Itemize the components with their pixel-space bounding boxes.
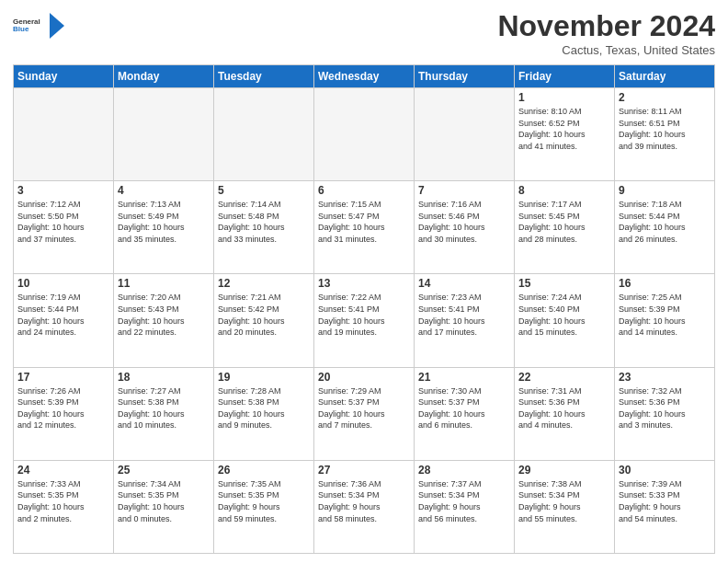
- day-number: 15: [518, 277, 610, 290]
- col-friday: Friday: [515, 65, 615, 88]
- day-number: 22: [518, 371, 610, 384]
- table-row: 13Sunrise: 7:22 AM Sunset: 5:41 PM Dayli…: [314, 274, 415, 367]
- location: Cactus, Texas, United States: [497, 43, 715, 57]
- day-info: Sunrise: 7:29 AM Sunset: 5:37 PM Dayligh…: [318, 385, 410, 431]
- day-info: Sunrise: 7:23 AM Sunset: 5:41 PM Dayligh…: [418, 292, 510, 338]
- table-row: 8Sunrise: 7:17 AM Sunset: 5:45 PM Daylig…: [515, 181, 615, 274]
- day-number: 13: [318, 277, 410, 290]
- day-number: 6: [318, 184, 410, 197]
- day-info: Sunrise: 7:12 AM Sunset: 5:50 PM Dayligh…: [17, 199, 109, 245]
- day-info: Sunrise: 7:30 AM Sunset: 5:37 PM Dayligh…: [418, 385, 510, 431]
- day-number: 12: [218, 277, 310, 290]
- table-row: [14, 88, 114, 181]
- day-info: Sunrise: 7:36 AM Sunset: 5:34 PM Dayligh…: [318, 478, 410, 524]
- day-info: Sunrise: 7:25 AM Sunset: 5:39 PM Dayligh…: [619, 292, 711, 338]
- day-number: 8: [518, 184, 610, 197]
- day-number: 16: [619, 277, 711, 290]
- day-number: 23: [619, 371, 711, 384]
- day-number: 4: [118, 184, 210, 197]
- calendar-week-row: 1Sunrise: 8:10 AM Sunset: 6:52 PM Daylig…: [14, 88, 715, 181]
- day-number: 20: [318, 371, 410, 384]
- table-row: 6Sunrise: 7:15 AM Sunset: 5:47 PM Daylig…: [314, 181, 415, 274]
- day-info: Sunrise: 7:35 AM Sunset: 5:35 PM Dayligh…: [218, 478, 310, 524]
- day-info: Sunrise: 7:21 AM Sunset: 5:42 PM Dayligh…: [218, 292, 310, 338]
- day-info: Sunrise: 7:32 AM Sunset: 5:36 PM Dayligh…: [619, 385, 711, 431]
- logo-svg: General Blue: [13, 9, 46, 42]
- day-number: 19: [218, 371, 310, 384]
- day-info: Sunrise: 7:16 AM Sunset: 5:46 PM Dayligh…: [418, 199, 510, 245]
- table-row: 28Sunrise: 7:37 AM Sunset: 5:34 PM Dayli…: [415, 460, 515, 553]
- day-info: Sunrise: 8:10 AM Sunset: 6:52 PM Dayligh…: [518, 106, 610, 152]
- day-info: Sunrise: 7:27 AM Sunset: 5:38 PM Dayligh…: [118, 385, 210, 431]
- day-info: Sunrise: 7:24 AM Sunset: 5:40 PM Dayligh…: [518, 292, 610, 338]
- day-info: Sunrise: 7:20 AM Sunset: 5:43 PM Dayligh…: [118, 292, 210, 338]
- table-row: 12Sunrise: 7:21 AM Sunset: 5:42 PM Dayli…: [214, 274, 314, 367]
- day-info: Sunrise: 7:34 AM Sunset: 5:35 PM Dayligh…: [118, 478, 210, 524]
- calendar-week-row: 17Sunrise: 7:26 AM Sunset: 5:39 PM Dayli…: [14, 367, 715, 460]
- table-row: 26Sunrise: 7:35 AM Sunset: 5:35 PM Dayli…: [214, 460, 314, 553]
- day-info: Sunrise: 7:33 AM Sunset: 5:35 PM Dayligh…: [17, 478, 109, 524]
- day-number: 11: [118, 277, 210, 290]
- month-title: November 2024: [497, 9, 715, 43]
- title-block: November 2024 Cactus, Texas, United Stat…: [497, 9, 715, 57]
- table-row: 9Sunrise: 7:18 AM Sunset: 5:44 PM Daylig…: [615, 181, 715, 274]
- page-header: General Blue November 2024 Cactus, Texas…: [13, 9, 715, 57]
- day-info: Sunrise: 7:26 AM Sunset: 5:39 PM Dayligh…: [17, 385, 109, 431]
- table-row: 23Sunrise: 7:32 AM Sunset: 5:36 PM Dayli…: [615, 367, 715, 460]
- day-info: Sunrise: 7:14 AM Sunset: 5:48 PM Dayligh…: [218, 199, 310, 245]
- svg-marker-2: [50, 13, 64, 39]
- table-row: 10Sunrise: 7:19 AM Sunset: 5:44 PM Dayli…: [14, 274, 114, 367]
- day-number: 14: [418, 277, 510, 290]
- day-number: 30: [619, 464, 711, 477]
- calendar-table: Sunday Monday Tuesday Wednesday Thursday…: [13, 64, 715, 554]
- table-row: 4Sunrise: 7:13 AM Sunset: 5:49 PM Daylig…: [114, 181, 214, 274]
- day-info: Sunrise: 7:15 AM Sunset: 5:47 PM Dayligh…: [318, 199, 410, 245]
- day-number: 9: [619, 184, 711, 197]
- table-row: [415, 88, 515, 181]
- col-wednesday: Wednesday: [314, 65, 415, 88]
- table-row: 5Sunrise: 7:14 AM Sunset: 5:48 PM Daylig…: [214, 181, 314, 274]
- day-info: Sunrise: 7:31 AM Sunset: 5:36 PM Dayligh…: [518, 385, 610, 431]
- day-info: Sunrise: 7:19 AM Sunset: 5:44 PM Dayligh…: [17, 292, 109, 338]
- table-row: 17Sunrise: 7:26 AM Sunset: 5:39 PM Dayli…: [14, 367, 114, 460]
- table-row: [314, 88, 415, 181]
- table-row: 29Sunrise: 7:38 AM Sunset: 5:34 PM Dayli…: [515, 460, 615, 553]
- table-row: 21Sunrise: 7:30 AM Sunset: 5:37 PM Dayli…: [415, 367, 515, 460]
- table-row: 30Sunrise: 7:39 AM Sunset: 5:33 PM Dayli…: [615, 460, 715, 553]
- col-sunday: Sunday: [14, 65, 114, 88]
- logo-arrow: [48, 9, 66, 42]
- day-number: 26: [218, 464, 310, 477]
- table-row: 11Sunrise: 7:20 AM Sunset: 5:43 PM Dayli…: [114, 274, 214, 367]
- table-row: [214, 88, 314, 181]
- table-row: 18Sunrise: 7:27 AM Sunset: 5:38 PM Dayli…: [114, 367, 214, 460]
- day-info: Sunrise: 8:11 AM Sunset: 6:51 PM Dayligh…: [619, 106, 711, 152]
- day-number: 25: [118, 464, 210, 477]
- table-row: [114, 88, 214, 181]
- col-tuesday: Tuesday: [214, 65, 314, 88]
- day-number: 21: [418, 371, 510, 384]
- calendar-header-row: Sunday Monday Tuesday Wednesday Thursday…: [14, 65, 715, 88]
- day-number: 7: [418, 184, 510, 197]
- table-row: 2Sunrise: 8:11 AM Sunset: 6:51 PM Daylig…: [615, 88, 715, 181]
- logo: General Blue: [13, 9, 66, 42]
- table-row: 22Sunrise: 7:31 AM Sunset: 5:36 PM Dayli…: [515, 367, 615, 460]
- day-info: Sunrise: 7:18 AM Sunset: 5:44 PM Dayligh…: [619, 199, 711, 245]
- table-row: 24Sunrise: 7:33 AM Sunset: 5:35 PM Dayli…: [14, 460, 114, 553]
- table-row: 20Sunrise: 7:29 AM Sunset: 5:37 PM Dayli…: [314, 367, 415, 460]
- day-info: Sunrise: 7:28 AM Sunset: 5:38 PM Dayligh…: [218, 385, 310, 431]
- col-thursday: Thursday: [415, 65, 515, 88]
- day-number: 1: [518, 91, 610, 104]
- day-number: 27: [318, 464, 410, 477]
- day-number: 2: [619, 91, 711, 104]
- table-row: 15Sunrise: 7:24 AM Sunset: 5:40 PM Dayli…: [515, 274, 615, 367]
- day-info: Sunrise: 7:22 AM Sunset: 5:41 PM Dayligh…: [318, 292, 410, 338]
- day-number: 29: [518, 464, 610, 477]
- table-row: 19Sunrise: 7:28 AM Sunset: 5:38 PM Dayli…: [214, 367, 314, 460]
- col-saturday: Saturday: [615, 65, 715, 88]
- day-info: Sunrise: 7:39 AM Sunset: 5:33 PM Dayligh…: [619, 478, 711, 524]
- table-row: 3Sunrise: 7:12 AM Sunset: 5:50 PM Daylig…: [14, 181, 114, 274]
- table-row: 27Sunrise: 7:36 AM Sunset: 5:34 PM Dayli…: [314, 460, 415, 553]
- table-row: 25Sunrise: 7:34 AM Sunset: 5:35 PM Dayli…: [114, 460, 214, 553]
- day-info: Sunrise: 7:37 AM Sunset: 5:34 PM Dayligh…: [418, 478, 510, 524]
- table-row: 16Sunrise: 7:25 AM Sunset: 5:39 PM Dayli…: [615, 274, 715, 367]
